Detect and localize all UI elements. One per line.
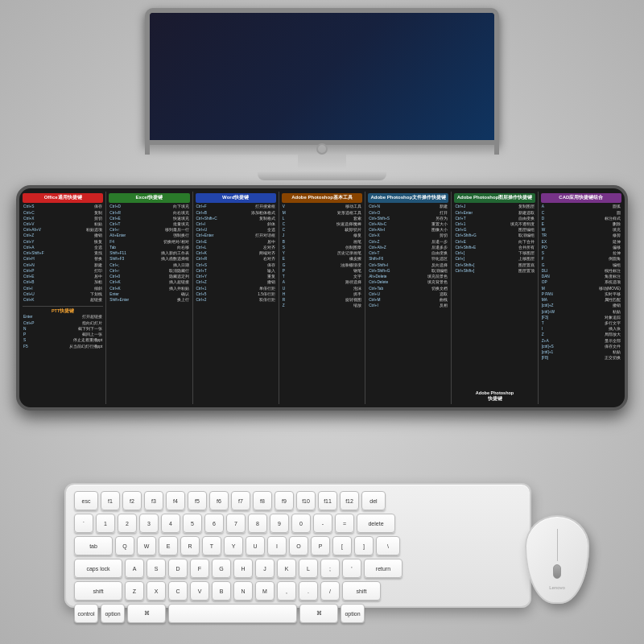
key-comma[interactable]: , bbox=[277, 581, 296, 601]
key-r[interactable]: R bbox=[180, 536, 200, 555]
pad-row: PO偏移 bbox=[541, 245, 621, 250]
key-f3[interactable]: f3 bbox=[144, 491, 163, 510]
key-b[interactable]: B bbox=[212, 581, 231, 601]
key-f1[interactable]: f1 bbox=[101, 491, 120, 510]
key-i[interactable]: I bbox=[267, 536, 287, 555]
pad-row: Ctrl+Enter新建选取 bbox=[454, 210, 535, 216]
key-3[interactable]: 3 bbox=[139, 514, 159, 533]
pad-row: Ctrl+I倾斜 bbox=[23, 286, 103, 291]
pad-row: Shift+F11插入新的工作表 bbox=[109, 251, 189, 257]
key-f5[interactable]: f5 bbox=[188, 491, 207, 510]
pad-row: Shift+F6羽化选区 bbox=[368, 257, 448, 262]
key-semicolon[interactable]: ; bbox=[320, 559, 340, 578]
key-u[interactable]: U bbox=[246, 536, 265, 555]
key-minus[interactable]: - bbox=[313, 514, 332, 533]
key-slash[interactable]: / bbox=[320, 581, 340, 601]
key-c[interactable]: C bbox=[168, 581, 188, 601]
keyboard-row-asdf: caps lock A S D F G H J K L ; ' return bbox=[74, 559, 522, 578]
key-1[interactable]: 1 bbox=[96, 514, 115, 533]
key-lshift[interactable]: shift bbox=[74, 581, 122, 601]
key-f[interactable]: F bbox=[190, 559, 209, 578]
key-k[interactable]: K bbox=[277, 559, 296, 578]
key-cmd-right[interactable]: ⌘ bbox=[299, 604, 338, 623]
key-d[interactable]: D bbox=[168, 559, 188, 578]
pad-row: V移动工具 bbox=[282, 204, 362, 210]
pad-row: N截下到下一张 bbox=[23, 326, 103, 332]
key-equals[interactable]: = bbox=[335, 514, 354, 533]
key-h[interactable]: H bbox=[233, 559, 253, 578]
pad-row: E橡皮擦 bbox=[282, 257, 362, 262]
key-5[interactable]: 5 bbox=[183, 514, 202, 533]
key-rshift[interactable]: shift bbox=[342, 581, 381, 601]
key-control[interactable]: control bbox=[74, 604, 98, 623]
key-option[interactable]: option bbox=[101, 604, 125, 623]
key-2[interactable]: 2 bbox=[118, 514, 137, 533]
key-j[interactable]: J bbox=[255, 559, 275, 578]
pad-row: Ctrl+1单倍行距 bbox=[196, 286, 276, 291]
key-l[interactable]: L bbox=[299, 559, 318, 578]
key-m[interactable]: M bbox=[255, 581, 275, 601]
pad-row: Ctrl+Z后退一步 bbox=[368, 239, 448, 245]
key-rbracket[interactable]: ] bbox=[354, 536, 374, 555]
key-s[interactable]: S bbox=[147, 559, 166, 578]
key-g[interactable]: G bbox=[212, 559, 231, 578]
key-space[interactable] bbox=[168, 604, 297, 623]
pad-row: Ctrl+Shift+F查找 bbox=[23, 251, 103, 257]
key-f11[interactable]: f11 bbox=[318, 491, 337, 510]
key-f4[interactable]: f4 bbox=[166, 491, 185, 510]
key-a[interactable]: A bbox=[125, 559, 144, 578]
key-e[interactable]: E bbox=[159, 536, 178, 555]
key-8[interactable]: 8 bbox=[248, 514, 267, 533]
key-y[interactable]: Y bbox=[224, 536, 243, 555]
pad-row: Ctrl+Y恢复 bbox=[23, 239, 103, 245]
pad-row: Ctrl+Z撤销 bbox=[196, 280, 276, 286]
pad-row: Ctrl+Shift+[图层置底 bbox=[454, 262, 535, 268]
cad-header: CAD应用快捷键组合 bbox=[541, 193, 621, 203]
key-p[interactable]: P bbox=[311, 536, 330, 555]
pad-row: Ctrl+T输入 bbox=[196, 268, 276, 274]
key-capslock[interactable]: caps lock bbox=[74, 559, 122, 578]
key-6[interactable]: 6 bbox=[204, 514, 224, 533]
pad-row: F4切换绝对/相对 bbox=[109, 239, 189, 245]
key-f9[interactable]: f9 bbox=[275, 491, 294, 510]
key-w[interactable]: W bbox=[137, 536, 156, 555]
key-7[interactable]: 7 bbox=[226, 514, 246, 533]
key-tab[interactable]: tab bbox=[74, 536, 113, 555]
key-9[interactable]: 9 bbox=[270, 514, 289, 533]
pad-row: Ctrl+Alt+V粘贴选项 bbox=[23, 228, 103, 233]
key-x[interactable]: X bbox=[147, 581, 166, 601]
key-q[interactable]: Q bbox=[115, 536, 134, 555]
key-v[interactable]: V bbox=[190, 581, 209, 601]
pad-row: Ctrl+B加粗 bbox=[23, 280, 103, 286]
key-period[interactable]: . bbox=[299, 581, 318, 601]
key-esc[interactable]: esc bbox=[74, 491, 98, 510]
pad-row: Ctrl+1填充不透明度 bbox=[454, 222, 535, 228]
key-return[interactable]: return bbox=[364, 559, 402, 578]
key-0[interactable]: 0 bbox=[291, 514, 311, 533]
key-option-right[interactable]: option bbox=[341, 604, 365, 623]
key-backtick[interactable]: ` bbox=[74, 514, 93, 533]
key-backslash[interactable]: \ bbox=[376, 536, 400, 555]
key-f8[interactable]: f8 bbox=[253, 491, 272, 510]
key-cmd-left[interactable]: ⌘ bbox=[127, 604, 166, 623]
key-quote[interactable]: ' bbox=[342, 559, 361, 578]
key-f7[interactable]: f7 bbox=[231, 491, 250, 510]
key-f6[interactable]: f6 bbox=[209, 491, 229, 510]
key-o[interactable]: O bbox=[289, 536, 308, 555]
key-lbracket[interactable]: [ bbox=[332, 536, 352, 555]
key-n[interactable]: N bbox=[233, 581, 253, 601]
pad-row: Ctrl+G图层编组 bbox=[454, 228, 535, 233]
key-z[interactable]: Z bbox=[125, 581, 144, 601]
pad-row: Ctrl+U选取 bbox=[368, 291, 448, 297]
pad-row: C快速选择/魔棒 bbox=[282, 222, 362, 228]
key-f2[interactable]: f2 bbox=[122, 491, 142, 510]
key-f10[interactable]: f10 bbox=[296, 491, 316, 510]
key-f12[interactable]: f12 bbox=[340, 491, 359, 510]
key-del[interactable]: del bbox=[361, 491, 386, 510]
mouse-scroll-wheel[interactable] bbox=[553, 564, 561, 579]
key-4[interactable]: 4 bbox=[161, 514, 180, 533]
key-t[interactable]: T bbox=[202, 536, 221, 555]
pad-row: Ctrl+K插入并粘贴 bbox=[109, 286, 189, 291]
pad-row: Ctrl+T自由变换 bbox=[368, 251, 448, 257]
key-delete[interactable]: delete bbox=[357, 514, 395, 533]
